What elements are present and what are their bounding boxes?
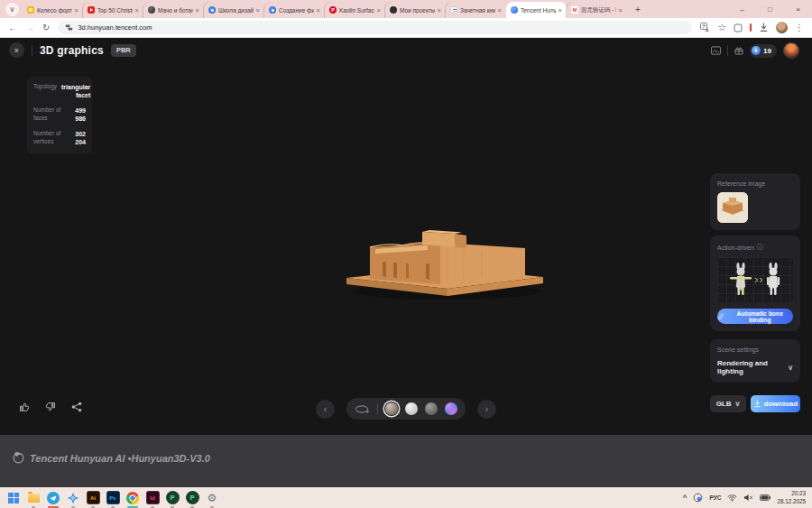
p-app-icon: P (186, 491, 199, 504)
system-tray: ^ РУС 20:23 28.12.2025 (683, 490, 806, 505)
browser-profile-avatar[interactable] (776, 22, 788, 33)
settings-button[interactable]: ⚙ (205, 491, 219, 505)
tab-creation[interactable]: Создание физич × (264, 2, 325, 18)
page-title: 3D graphics (40, 44, 104, 57)
download-icon (753, 400, 761, 408)
view-toolbar: ‹ › (316, 398, 496, 420)
tab-close-icon[interactable]: × (498, 6, 502, 14)
format-select-button[interactable]: GLB ∨ (710, 395, 746, 412)
clock-date: 28.12.2025 (777, 498, 806, 506)
share-icon[interactable] (70, 401, 83, 413)
gallery-icon[interactable] (711, 46, 721, 55)
tab-close-icon[interactable]: × (196, 6, 199, 14)
minimize-button[interactable]: – (728, 0, 756, 18)
chrome-button[interactable] (125, 491, 140, 505)
tray-expand-icon[interactable]: ^ (683, 494, 687, 502)
url-text: 3d.hunyuan.tencent.com (78, 23, 152, 32)
bookmark-star-icon[interactable]: ☆ (717, 23, 726, 32)
next-view-button[interactable]: › (477, 400, 496, 419)
previous-view-button[interactable]: ‹ (316, 400, 335, 419)
clock[interactable]: 20:23 28.12.2025 (777, 490, 806, 505)
close-window-button[interactable]: × (784, 0, 812, 18)
address-bar[interactable]: 3d.hunyuan.tencent.com (58, 21, 692, 34)
battery-icon[interactable] (760, 494, 770, 501)
browser-menu-icon[interactable]: ⋮ (795, 23, 804, 32)
telegram-icon (47, 492, 60, 504)
clay-view-icon[interactable] (405, 402, 418, 415)
document-favicon-icon (450, 6, 457, 14)
extension-icon[interactable] (750, 23, 752, 32)
maximize-button[interactable]: □ (756, 0, 784, 18)
reference-image-thumbnail[interactable] (717, 192, 748, 223)
wireframe-view-icon[interactable] (425, 402, 438, 415)
tray-app-icon[interactable] (693, 493, 703, 503)
tab-close-icon[interactable]: × (377, 6, 381, 14)
pill-divider (377, 403, 378, 414)
vertices-value: 302 204 (70, 130, 86, 146)
translate-icon[interactable] (700, 23, 710, 32)
file-explorer-button[interactable] (26, 491, 41, 505)
running-indicator (32, 506, 35, 508)
tab-macho[interactable]: Мачо и ботан × (143, 2, 204, 18)
rendering-lighting-label: Rendering and lighting (717, 359, 788, 375)
tab-kaolin[interactable]: P Kaolin Surfaces - × (325, 2, 385, 18)
orbit-icon[interactable] (355, 404, 370, 414)
normal-map-view-icon[interactable] (445, 402, 457, 415)
thumbs-up-icon[interactable] (18, 401, 31, 413)
browser-toolbar: ← → ↻ 3d.hunyuan.tencent.com ☆ ⋮ (0, 18, 812, 38)
user-avatar[interactable] (783, 42, 799, 59)
3d-model-viewport[interactable] (339, 226, 552, 305)
textured-view-icon[interactable] (385, 402, 398, 415)
credits-pill[interactable]: 19 (750, 44, 777, 58)
close-project-button[interactable]: × (9, 42, 24, 58)
rendering-lighting-dropdown[interactable]: Rendering and lighting ∨ (717, 359, 793, 375)
active-indicator (127, 506, 138, 508)
tab-close-icon[interactable]: × (75, 6, 78, 14)
tab-search-button[interactable]: ∨ (5, 3, 19, 16)
tab-tencent-hunyuan-active[interactable]: Tencent Hunyuan × (506, 2, 567, 18)
tab-projects[interactable]: Мои проекты × (385, 2, 446, 18)
tab-close-icon[interactable]: × (619, 6, 623, 14)
tab-close-icon[interactable]: × (317, 6, 320, 14)
app-header: × 3D graphics PBR (9, 42, 136, 58)
photoshop-button[interactable]: Ps (106, 491, 120, 505)
thumbs-down-icon[interactable] (44, 401, 57, 413)
gift-icon[interactable] (734, 46, 743, 55)
indesign-button[interactable]: Id (145, 491, 160, 505)
download-button[interactable]: download (751, 395, 800, 412)
p-app-2-button[interactable]: P (185, 491, 199, 505)
tab-design-school[interactable]: Школа дизайна × (204, 2, 264, 18)
faces-label: Number of faces (33, 106, 66, 123)
reload-button[interactable]: ↻ (42, 23, 50, 32)
automatic-bone-binding-button[interactable]: Automatic bone binding (717, 309, 793, 324)
header-right: 19 (711, 42, 799, 59)
tab-koleso[interactable]: M Колесо фортуны × (23, 2, 83, 18)
tab-title: Kaolin Surfaces - (339, 7, 374, 14)
tab-close-icon[interactable]: × (558, 6, 562, 14)
tab-gradebook[interactable]: Зачетная книжка × (446, 2, 506, 18)
side-panel-icon[interactable] (734, 23, 743, 32)
download-label: download (764, 400, 798, 408)
new-tab-button[interactable]: + (631, 2, 645, 16)
forward-button[interactable]: → (25, 23, 34, 32)
action-driven-preview[interactable] (717, 257, 793, 302)
windows-taskbar: Ai Ps Id P P ⚙ ^ РУС 20:23 28.12.2025 (0, 487, 812, 508)
site-info-icon[interactable] (65, 23, 73, 32)
keyboard-language[interactable]: РУС (709, 494, 721, 501)
p-app-button[interactable]: P (165, 491, 180, 505)
downloads-icon[interactable] (759, 23, 769, 32)
youtube-favicon-icon (88, 6, 95, 14)
photos-button[interactable] (66, 491, 80, 505)
info-icon[interactable]: ⓘ (757, 243, 763, 252)
tab-gmail[interactable]: M 混元验证码 - bag × (567, 2, 627, 18)
volume-muted-icon[interactable] (743, 494, 753, 502)
wifi-icon[interactable] (727, 494, 737, 502)
start-button[interactable] (6, 491, 21, 505)
back-button[interactable]: ← (8, 23, 17, 32)
illustrator-button[interactable]: Ai (86, 491, 100, 505)
telegram-button[interactable] (46, 491, 60, 505)
tab-close-icon[interactable]: × (438, 6, 441, 14)
tab-youtube[interactable]: Top 50 Christmas × (83, 2, 143, 18)
tab-close-icon[interactable]: × (256, 6, 260, 14)
tab-close-icon[interactable]: × (135, 6, 139, 14)
